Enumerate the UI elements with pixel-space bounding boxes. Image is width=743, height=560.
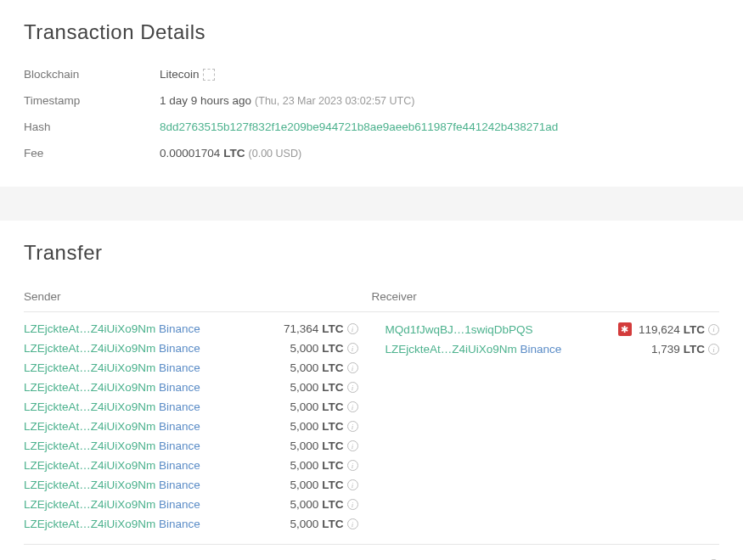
- amount-unit: LTC: [322, 420, 343, 433]
- info-icon[interactable]: i: [347, 518, 358, 529]
- info-icon[interactable]: i: [347, 362, 358, 373]
- amount-value: 5,000: [290, 518, 318, 530]
- address-tag-link[interactable]: Binance: [521, 343, 562, 356]
- info-icon[interactable]: i: [347, 382, 358, 393]
- info-icon[interactable]: i: [347, 421, 358, 432]
- transfer-row: LZEjckteAt…Z4iUiXo9Nm Binance5,000LTCi: [24, 378, 358, 397]
- amount-unit: LTC: [322, 498, 343, 511]
- section-title: Transfer: [24, 241, 719, 265]
- address-link[interactable]: LZEjckteAt…Z4iUiXo9Nm: [24, 498, 155, 511]
- amount-unit: LTC: [322, 361, 343, 374]
- info-icon[interactable]: i: [708, 344, 719, 355]
- address-tag-link[interactable]: Binance: [159, 361, 200, 374]
- address-tag-link[interactable]: Binance: [159, 518, 200, 530]
- receiver-header: Receiver: [372, 290, 720, 303]
- fee-usd: (0.00 USD): [249, 148, 302, 160]
- transfer-address-cell: LZEjckteAt…Z4iUiXo9Nm Binance: [24, 381, 290, 394]
- detail-label: Hash: [24, 120, 160, 133]
- amount-unit: LTC: [322, 381, 343, 394]
- transfer-amount-cell: 5,000LTCi: [290, 479, 357, 491]
- transfer-amount-cell: 5,000LTCi: [290, 400, 357, 413]
- amount-value: 5,000: [290, 498, 318, 511]
- transfer-body: LZEjckteAt…Z4iUiXo9Nm Binance71,364LTCiL…: [24, 312, 719, 534]
- address-tag-link[interactable]: Binance: [159, 381, 200, 394]
- address-tag-link[interactable]: Binance: [159, 342, 200, 355]
- address-tag-link[interactable]: Binance: [159, 459, 200, 472]
- info-icon[interactable]: i: [347, 440, 358, 451]
- amount-value: 5,000: [290, 459, 318, 472]
- transfer-row: LZEjckteAt…Z4iUiXo9Nm Binance1,739LTCi: [386, 339, 720, 359]
- info-icon[interactable]: i: [708, 324, 719, 335]
- page-title: Transaction Details: [24, 20, 719, 44]
- address-link[interactable]: MQd1fJwqBJ…1swiqDbPQS: [386, 323, 533, 336]
- info-icon[interactable]: i: [347, 323, 358, 334]
- detail-label: Fee: [24, 147, 160, 160]
- transfer-row: LZEjckteAt…Z4iUiXo9Nm Binance5,000LTCi: [24, 358, 358, 378]
- transfer-address-cell: LZEjckteAt…Z4iUiXo9Nm Binance: [24, 459, 290, 472]
- amount-value: 5,000: [290, 420, 318, 433]
- address-tag-link[interactable]: Binance: [159, 400, 200, 413]
- address-link[interactable]: LZEjckteAt…Z4iUiXo9Nm: [24, 381, 155, 394]
- transfer-amount-cell: 71,364LTCi: [284, 322, 358, 335]
- amount-unit: LTC: [322, 400, 343, 413]
- transfer-address-cell: LZEjckteAt…Z4iUiXo9Nm Binance: [24, 440, 290, 452]
- amount-value: 119,624: [639, 323, 680, 336]
- amount-value: 5,000: [290, 440, 318, 452]
- fee-unit: LTC: [223, 147, 245, 160]
- transfer-card: Transfer Sender Receiver LZEjckteAt…Z4iU…: [0, 221, 743, 560]
- info-icon[interactable]: i: [347, 401, 358, 412]
- info-icon[interactable]: i: [347, 343, 358, 354]
- transfer-row: LZEjckteAt…Z4iUiXo9Nm Binance5,000LTCi: [24, 436, 358, 456]
- amount-value: 5,000: [290, 361, 318, 374]
- detail-value: Litecoin: [160, 68, 719, 81]
- address-link[interactable]: LZEjckteAt…Z4iUiXo9Nm: [24, 322, 155, 335]
- address-link[interactable]: LZEjckteAt…Z4iUiXo9Nm: [24, 400, 155, 413]
- info-icon[interactable]: i: [347, 479, 358, 490]
- address-link[interactable]: LZEjckteAt…Z4iUiXo9Nm: [386, 343, 517, 356]
- amount-unit: LTC: [322, 518, 343, 530]
- transfer-amount-cell: 5,000LTCi: [290, 459, 357, 472]
- amount-unit: LTC: [322, 342, 343, 355]
- amount-unit: LTC: [684, 323, 705, 336]
- address-link[interactable]: LZEjckteAt…Z4iUiXo9Nm: [24, 361, 155, 374]
- transfer-address-cell: LZEjckteAt…Z4iUiXo9Nm Binance: [24, 479, 290, 491]
- detail-row-timestamp: Timestamp 1 day 9 hours ago (Thu, 23 Mar…: [24, 87, 719, 114]
- transfer-amount-cell: 5,000LTCi: [290, 518, 357, 530]
- transfer-header-row: Sender Receiver: [24, 282, 719, 312]
- address-link[interactable]: LZEjckteAt…Z4iUiXo9Nm: [24, 440, 155, 452]
- fee-amount: 0.00001704: [160, 147, 220, 160]
- transfer-amount-cell: 5,000LTCi: [290, 420, 357, 433]
- address-link[interactable]: LZEjckteAt…Z4iUiXo9Nm: [24, 459, 155, 472]
- transfer-row: LZEjckteAt…Z4iUiXo9Nm Binance5,000LTCi: [24, 475, 358, 495]
- amount-unit: LTC: [322, 479, 343, 491]
- address-link[interactable]: LZEjckteAt…Z4iUiXo9Nm: [24, 479, 155, 491]
- address-link[interactable]: LZEjckteAt…Z4iUiXo9Nm: [24, 342, 155, 355]
- amount-value: 5,000: [290, 479, 318, 491]
- info-icon[interactable]: i: [347, 460, 358, 471]
- transaction-details-card: Transaction Details Blockchain Litecoin …: [0, 0, 743, 187]
- address-tag-link[interactable]: Binance: [159, 498, 200, 511]
- detail-value: 1 day 9 hours ago (Thu, 23 Mar 2023 03:0…: [160, 94, 719, 107]
- transfer-row: LZEjckteAt…Z4iUiXo9Nm Binance5,000LTCi: [24, 397, 358, 417]
- amount-value: 5,000: [290, 342, 318, 355]
- alert-icon: ✱: [618, 322, 632, 336]
- transfer-address-cell: LZEjckteAt…Z4iUiXo9Nm Binance: [24, 420, 290, 433]
- amount-unit: LTC: [322, 459, 343, 472]
- info-icon[interactable]: i: [347, 499, 358, 510]
- address-link[interactable]: LZEjckteAt…Z4iUiXo9Nm: [24, 518, 155, 530]
- address-tag-link[interactable]: Binance: [159, 479, 200, 491]
- total-row: Total 121,364 LTC i: [24, 544, 719, 560]
- amount-unit: LTC: [322, 440, 343, 452]
- timestamp-relative: 1 day 9 hours ago: [160, 94, 251, 107]
- address-tag-link[interactable]: Binance: [159, 440, 200, 452]
- transfer-amount-cell: 5,000LTCi: [290, 361, 357, 374]
- transfer-address-cell: LZEjckteAt…Z4iUiXo9Nm Binance: [24, 361, 290, 374]
- address-link[interactable]: LZEjckteAt…Z4iUiXo9Nm: [24, 420, 155, 433]
- address-tag-link[interactable]: Binance: [159, 322, 200, 335]
- hash-link[interactable]: 8dd2763515b127f832f1e209be944721b8ae9aee…: [160, 120, 558, 133]
- transfer-address-cell: LZEjckteAt…Z4iUiXo9Nm Binance: [24, 342, 290, 355]
- address-tag-link[interactable]: Binance: [159, 420, 200, 433]
- detail-value: 0.00001704 LTC (0.00 USD): [160, 147, 719, 160]
- transfer-address-cell: LZEjckteAt…Z4iUiXo9Nm Binance: [24, 400, 290, 413]
- transfer-address-cell: MQd1fJwqBJ…1swiqDbPQS: [386, 323, 618, 336]
